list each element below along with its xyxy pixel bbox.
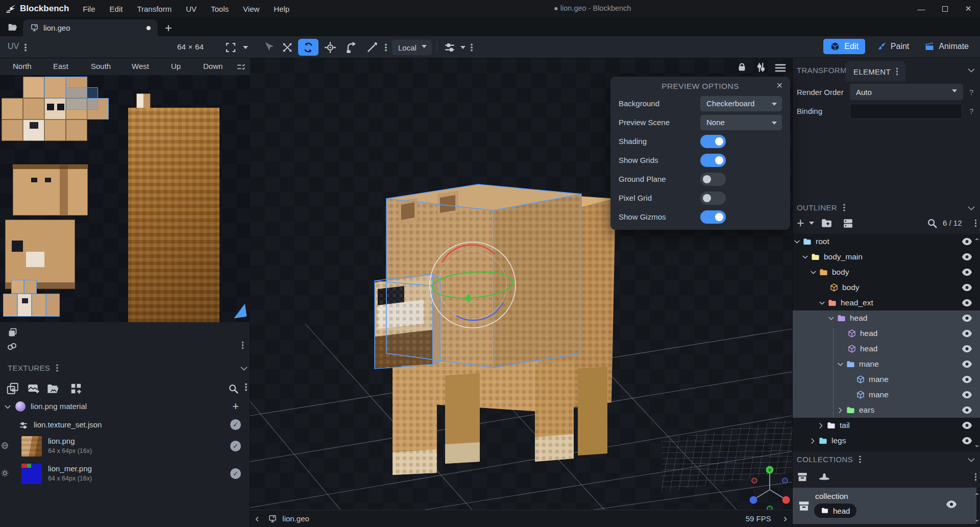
open-project-folder-icon[interactable] xyxy=(7,22,18,33)
new-tab-button[interactable]: + xyxy=(165,21,172,35)
textures-menu-icon[interactable] xyxy=(56,367,58,369)
outliner-row-body-cube[interactable]: body xyxy=(793,280,980,295)
outliner-row-mane-cube[interactable]: mane xyxy=(793,387,980,402)
eye-icon[interactable] xyxy=(962,437,972,445)
eye-icon[interactable] xyxy=(962,360,972,368)
toggle-view-icon[interactable] xyxy=(842,217,854,230)
menu-view[interactable]: View xyxy=(237,2,265,16)
ground-plane-toggle[interactable] xyxy=(700,173,726,186)
pixel-grid-toggle[interactable] xyxy=(700,191,726,205)
material-expand-icon[interactable] xyxy=(4,403,11,411)
eye-icon[interactable] xyxy=(946,500,957,509)
eye-icon[interactable] xyxy=(962,253,972,261)
import-texture-icon[interactable] xyxy=(6,382,19,395)
collections-collapse-icon[interactable] xyxy=(967,456,975,464)
mode-tab-paint[interactable]: Paint xyxy=(872,39,913,54)
chevron-down-icon[interactable] xyxy=(810,269,817,276)
render-order-select[interactable]: Auto xyxy=(850,84,963,100)
outliner-row-head-group[interactable]: head xyxy=(793,310,980,326)
link-icon[interactable] xyxy=(6,341,18,352)
mirror-tune-caret-icon[interactable] xyxy=(460,46,465,52)
add-group-icon[interactable] xyxy=(820,217,833,230)
textures-toolbar-menu-icon[interactable] xyxy=(245,386,247,388)
material-row[interactable]: lion.png material + xyxy=(0,399,250,415)
lock-icon[interactable] xyxy=(736,61,748,73)
uv-bottom-menu-icon[interactable] xyxy=(242,344,244,346)
uv-tab-east[interactable]: East xyxy=(53,62,68,70)
mode-tab-edit[interactable]: Edit xyxy=(823,39,865,54)
menu-tools[interactable]: Tools xyxy=(205,2,234,16)
mirror-tune-icon[interactable] xyxy=(443,41,456,54)
eye-icon[interactable] xyxy=(962,345,972,353)
texture-enabled-check-icon[interactable]: ✓ xyxy=(230,419,241,430)
eye-icon[interactable] xyxy=(962,391,972,399)
move-tool-icon[interactable] xyxy=(281,41,294,54)
outliner-row-tail[interactable]: tail xyxy=(793,418,980,433)
close-icon[interactable]: ✕ xyxy=(776,81,783,90)
search-icon[interactable] xyxy=(926,218,938,229)
texture-row-mer[interactable]: lion_mer.png 64 x 64px (16x) ✓ xyxy=(0,463,250,486)
binding-help[interactable]: ? xyxy=(969,107,973,115)
select-tool-icon[interactable] xyxy=(262,41,276,54)
menu-uv[interactable]: UV xyxy=(180,2,202,16)
uv-panel-menu-icon[interactable] xyxy=(24,46,27,49)
element-panel-collapse-icon[interactable] xyxy=(967,66,975,75)
chevron-down-icon[interactable] xyxy=(819,300,825,306)
scroll-down-icon[interactable] xyxy=(975,520,979,524)
globe-icon[interactable] xyxy=(1,441,9,450)
chevron-right-icon[interactable] xyxy=(810,438,816,444)
next-view-icon[interactable]: › xyxy=(783,514,787,524)
knife-tool-icon[interactable] xyxy=(365,41,379,54)
gear-icon[interactable] xyxy=(1,469,9,477)
chevron-right-icon[interactable] xyxy=(818,422,824,429)
preview-scene-select[interactable]: None xyxy=(700,115,782,130)
tab-transform[interactable]: TRANSFORM xyxy=(797,66,847,75)
chevron-down-icon[interactable] xyxy=(794,238,800,245)
chevron-right-icon[interactable] xyxy=(837,407,844,414)
eye-icon[interactable] xyxy=(962,314,972,322)
create-texture-icon[interactable] xyxy=(27,382,40,395)
mode-tab-animate[interactable]: Animate xyxy=(920,39,973,54)
eye-icon[interactable] xyxy=(962,406,972,414)
eye-icon[interactable] xyxy=(962,283,972,292)
uv-tab-down[interactable]: Down xyxy=(203,62,223,70)
pivot-tool-icon[interactable] xyxy=(324,41,337,54)
texture-grid-add-icon[interactable] xyxy=(69,382,83,395)
viewport-menu-icon[interactable] xyxy=(774,61,787,75)
project-tab-lion[interactable]: lion.geo xyxy=(23,19,158,36)
uv-editor-canvas[interactable] xyxy=(0,75,250,322)
eye-icon[interactable] xyxy=(962,421,972,429)
eye-icon[interactable] xyxy=(962,268,972,276)
eye-icon[interactable] xyxy=(962,375,972,384)
texture-row-lion[interactable]: lion.png 64 x 64px (16x) ✓ xyxy=(0,435,250,459)
texture-search-icon[interactable] xyxy=(228,383,239,394)
collections-menu-icon[interactable] xyxy=(859,459,861,461)
prev-view-icon[interactable]: ‹ xyxy=(255,514,259,524)
outliner-row-body-group[interactable]: body xyxy=(793,265,980,280)
textures-collapse-icon[interactable] xyxy=(240,365,248,373)
add-element-caret-icon[interactable] xyxy=(809,222,814,227)
texture-folder-icon[interactable] xyxy=(46,382,60,396)
transform-space-select[interactable]: Local xyxy=(392,40,432,55)
scroll-down-icon[interactable] xyxy=(975,445,979,449)
collection-tag-head[interactable]: head xyxy=(814,504,856,518)
outliner-row-mane-cube[interactable]: mane xyxy=(793,372,980,387)
uv-tab-up[interactable]: Up xyxy=(171,62,181,70)
outliner-row-legs[interactable]: legs xyxy=(793,433,980,448)
uv-selection-rect[interactable] xyxy=(65,87,98,110)
menu-edit[interactable]: Edit xyxy=(104,2,129,16)
rotate-tool-button[interactable] xyxy=(298,39,318,56)
outliner-row-root[interactable]: root xyxy=(793,234,980,249)
scroll-up-icon[interactable] xyxy=(975,236,979,240)
close-button[interactable]: ✕ xyxy=(957,0,980,17)
toolbar-menu-icon[interactable] xyxy=(385,46,387,49)
add-texture-button[interactable]: + xyxy=(232,400,239,413)
uv-checklist-icon[interactable] xyxy=(236,62,246,72)
hat-icon[interactable] xyxy=(817,470,831,484)
toolbar-menu-icon-2[interactable] xyxy=(471,46,473,49)
shading-toggle[interactable] xyxy=(700,135,726,148)
rotate-90-tool-icon[interactable] xyxy=(345,41,358,54)
show-grids-toggle[interactable] xyxy=(700,154,726,167)
chevron-down-icon[interactable] xyxy=(828,315,835,322)
outliner-row-head-cube[interactable]: head xyxy=(793,341,980,356)
